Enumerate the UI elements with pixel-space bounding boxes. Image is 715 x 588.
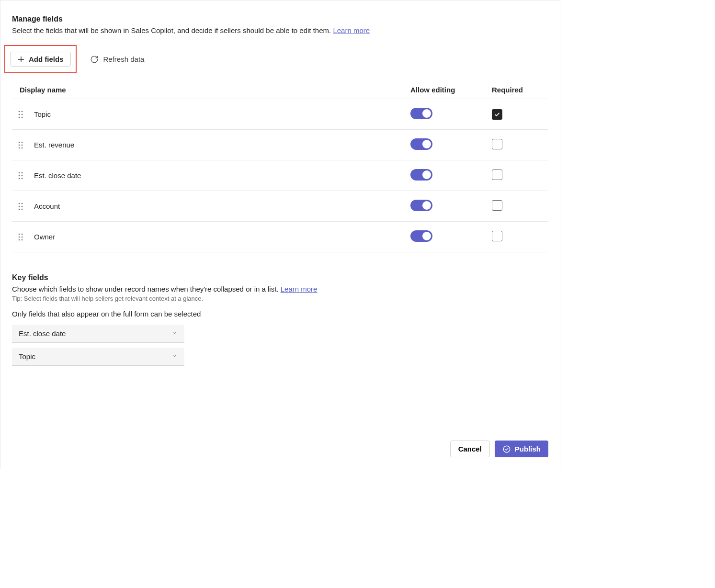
add-fields-highlight: Add fields <box>4 45 77 73</box>
key-fields-section: Key fields Choose which fields to show u… <box>12 273 548 366</box>
column-header-required: Required <box>486 82 548 99</box>
key-field-select[interactable]: Est. close date <box>12 325 184 343</box>
publish-label: Publish <box>515 445 541 453</box>
allow-editing-toggle[interactable] <box>410 169 432 181</box>
svg-point-29 <box>22 239 23 240</box>
refresh-icon <box>90 55 99 64</box>
table-row: Account <box>12 191 548 222</box>
footer-actions: Cancel Publish <box>450 441 548 457</box>
svg-point-7 <box>22 141 23 143</box>
learn-more-link[interactable]: Learn more <box>333 26 370 34</box>
allow-editing-toggle[interactable] <box>410 108 432 119</box>
svg-point-4 <box>19 116 20 118</box>
allow-editing-toggle[interactable] <box>410 230 432 242</box>
manage-fields-description: Select the fields that will be shown in … <box>12 26 548 34</box>
add-fields-button[interactable]: Add fields <box>10 52 71 67</box>
svg-point-9 <box>22 144 23 146</box>
svg-point-8 <box>19 144 20 146</box>
allow-editing-toggle[interactable] <box>410 200 432 211</box>
svg-point-0 <box>19 111 20 112</box>
svg-point-2 <box>19 113 20 115</box>
svg-point-30 <box>503 446 510 452</box>
refresh-data-label: Refresh data <box>103 55 145 63</box>
select-value: Est. close date <box>19 329 66 338</box>
field-name: Owner <box>34 233 55 241</box>
svg-point-11 <box>22 147 23 148</box>
svg-point-10 <box>19 147 20 148</box>
svg-point-25 <box>22 233 23 235</box>
publish-button[interactable]: Publish <box>495 441 548 457</box>
check-circle-icon <box>502 445 511 453</box>
add-fields-label: Add fields <box>29 55 64 63</box>
svg-point-28 <box>19 239 20 240</box>
required-checkbox[interactable] <box>492 200 502 211</box>
svg-point-13 <box>22 172 23 173</box>
field-name: Account <box>34 202 60 210</box>
svg-point-19 <box>22 203 23 204</box>
required-checkbox[interactable] <box>492 109 502 120</box>
allow-editing-toggle[interactable] <box>410 138 432 150</box>
drag-handle-icon[interactable] <box>18 233 23 241</box>
svg-point-16 <box>19 178 20 179</box>
svg-point-18 <box>19 203 20 204</box>
refresh-data-button[interactable]: Refresh data <box>90 55 145 64</box>
manage-fields-panel: Manage fields Select the fields that wil… <box>0 0 560 469</box>
required-checkbox[interactable] <box>492 231 502 241</box>
manage-fields-title: Manage fields <box>12 15 548 23</box>
svg-point-12 <box>19 172 20 173</box>
svg-point-14 <box>19 175 20 176</box>
table-row: Owner <box>12 222 548 252</box>
required-checkbox[interactable] <box>492 139 502 149</box>
svg-point-6 <box>19 141 20 143</box>
plus-icon <box>17 56 25 63</box>
toolbar: Add fields Refresh data <box>4 45 548 73</box>
table-row: Est. revenue <box>12 130 548 160</box>
svg-point-21 <box>22 205 23 207</box>
svg-point-5 <box>22 116 23 118</box>
key-fields-hint: Only fields that also appear on the full… <box>12 310 548 318</box>
column-header-allow: Allow editing <box>405 82 486 99</box>
drag-handle-icon[interactable] <box>18 141 23 149</box>
svg-point-1 <box>22 111 23 112</box>
svg-point-20 <box>19 205 20 207</box>
drag-handle-icon[interactable] <box>18 110 23 119</box>
svg-point-17 <box>22 178 23 179</box>
field-name: Est. revenue <box>34 141 74 149</box>
svg-point-23 <box>22 208 23 210</box>
svg-point-15 <box>22 175 23 176</box>
select-value: Topic <box>19 352 35 361</box>
table-row: Topic <box>12 99 548 130</box>
svg-point-27 <box>22 236 23 237</box>
svg-point-3 <box>22 113 23 115</box>
fields-table: Display name Allow editing Required Topi… <box>12 82 548 252</box>
field-name: Topic <box>34 110 51 118</box>
key-fields-title: Key fields <box>12 273 548 282</box>
chevron-down-icon <box>171 352 178 361</box>
key-fields-tip: Tip: Select fields that will help seller… <box>12 295 548 302</box>
chevron-down-icon <box>171 329 178 338</box>
svg-point-24 <box>19 233 20 235</box>
svg-point-26 <box>19 236 20 237</box>
key-fields-description: Choose which fields to show under record… <box>12 285 548 293</box>
drag-handle-icon[interactable] <box>18 171 23 180</box>
drag-handle-icon[interactable] <box>18 202 23 211</box>
key-field-select[interactable]: Topic <box>12 348 184 366</box>
cancel-button[interactable]: Cancel <box>450 441 490 457</box>
column-header-name: Display name <box>12 82 405 99</box>
svg-point-22 <box>19 208 20 210</box>
field-name: Est. close date <box>34 171 81 180</box>
key-learn-more-link[interactable]: Learn more <box>281 285 318 293</box>
required-checkbox[interactable] <box>492 170 502 180</box>
table-row: Est. close date <box>12 160 548 191</box>
